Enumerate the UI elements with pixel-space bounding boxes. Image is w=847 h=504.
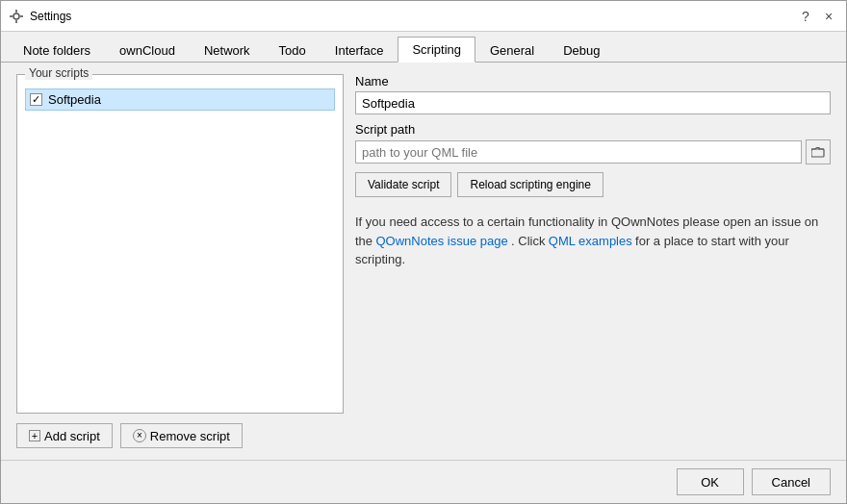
browse-button[interactable] <box>806 139 831 164</box>
scripts-group-label: Your scripts <box>25 66 92 80</box>
script-path-label: Script path <box>355 122 831 137</box>
svg-rect-4 <box>20 15 23 17</box>
script-path-field-group: Script path <box>355 122 831 164</box>
name-field-group: Name <box>355 74 831 114</box>
reload-scripting-engine-button[interactable]: Reload scripting engine <box>457 172 603 197</box>
scripts-list: ✓ Softpedia <box>25 88 335 111</box>
svg-rect-5 <box>811 149 824 157</box>
validate-script-button[interactable]: Validate script <box>355 172 451 197</box>
main-area: Your scripts ✓ Softpedia + Add script <box>16 74 831 448</box>
script-item[interactable]: ✓ Softpedia <box>25 88 335 111</box>
right-panel: Name Script path <box>355 74 831 448</box>
title-bar-left: Settings <box>9 9 71 24</box>
close-button[interactable]: × <box>819 7 838 26</box>
content-area: Your scripts ✓ Softpedia + Add script <box>1 63 846 460</box>
add-icon: + <box>29 430 40 441</box>
ok-button[interactable]: OK <box>677 468 744 495</box>
remove-script-button[interactable]: × Remove script <box>120 423 243 448</box>
remove-script-label: Remove script <box>150 429 230 443</box>
folder-icon <box>811 146 825 158</box>
tab-scripting[interactable]: Scripting <box>398 37 475 63</box>
settings-app-icon <box>9 9 24 24</box>
window-title: Settings <box>30 10 71 23</box>
tab-debug[interactable]: Debug <box>549 37 614 63</box>
script-path-input[interactable] <box>355 140 802 164</box>
name-input[interactable] <box>355 91 831 114</box>
svg-rect-3 <box>10 15 13 17</box>
svg-rect-1 <box>15 10 17 13</box>
add-script-button[interactable]: + Add script <box>16 423 113 448</box>
script-item-label: Softpedia <box>48 92 101 107</box>
path-row <box>355 139 831 164</box>
cancel-button[interactable]: Cancel <box>752 468 831 495</box>
svg-rect-2 <box>15 20 17 23</box>
script-checkbox[interactable]: ✓ <box>30 93 42 106</box>
help-button[interactable]: ? <box>796 7 815 26</box>
tab-owncloud[interactable]: ownCloud <box>105 37 190 63</box>
footer: OK Cancel <box>1 460 846 503</box>
scripts-panel: Your scripts ✓ Softpedia + Add script <box>16 74 344 448</box>
svg-point-0 <box>13 13 19 19</box>
tab-network[interactable]: Network <box>190 37 265 63</box>
action-buttons: Validate script Reload scripting engine <box>355 172 831 197</box>
tab-general[interactable]: General <box>475 37 549 63</box>
title-bar-controls: ? × <box>796 7 838 26</box>
remove-icon: × <box>133 429 146 442</box>
tab-note-folders[interactable]: Note folders <box>9 37 105 63</box>
qownnotes-issue-link[interactable]: QOwnNotes issue page <box>375 234 507 248</box>
tab-todo[interactable]: Todo <box>265 37 321 63</box>
add-script-label: Add script <box>44 429 100 443</box>
qml-examples-link[interactable]: QML examples <box>549 234 632 248</box>
name-label: Name <box>355 74 831 88</box>
info-text: If you need access to a certain function… <box>355 213 831 269</box>
scripts-group: Your scripts ✓ Softpedia <box>16 74 344 414</box>
title-bar: Settings ? × <box>1 1 846 32</box>
scripts-buttons: + Add script × Remove script <box>16 423 344 448</box>
info-text-2: . Click <box>511 234 545 248</box>
tab-interface[interactable]: Interface <box>321 37 398 63</box>
settings-window: Settings ? × Note foldersownCloudNetwork… <box>0 0 847 504</box>
tab-bar: Note foldersownCloudNetworkTodoInterface… <box>1 32 846 63</box>
